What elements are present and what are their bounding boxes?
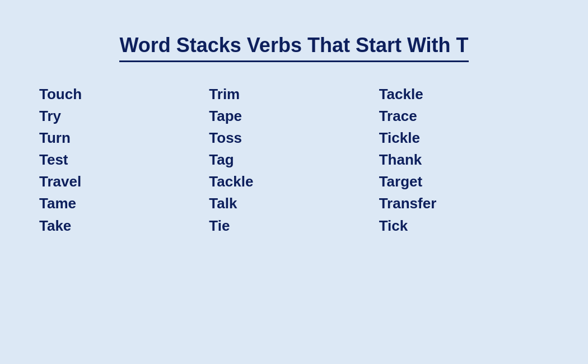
word-item: Take [39,216,209,236]
word-item: Tape [209,106,379,126]
word-item: Tag [209,150,379,170]
word-item: Tick [379,216,549,236]
word-item: Try [39,106,209,126]
word-column-2: TrimTapeTossTagTackleTalkTie [209,85,379,236]
word-item: Tackle [209,172,379,192]
title-section: Word Stacks Verbs That Start With T [39,34,549,62]
page-title: Word Stacks Verbs That Start With T [119,34,468,62]
word-item: Talk [209,194,379,213]
word-item: Test [39,150,209,170]
word-item: Turn [39,128,209,148]
word-item: Tackle [379,85,549,104]
word-item: Trace [379,106,549,126]
word-item: Transfer [379,194,549,213]
word-item: Trim [209,85,379,104]
word-item: Tie [209,216,379,236]
word-column-3: TackleTraceTickleThankTargetTransferTick [379,85,549,236]
word-item: Tickle [379,128,549,148]
page-container: Word Stacks Verbs That Start With T Touc… [0,0,588,364]
word-item: Target [379,172,549,192]
word-item: Toss [209,128,379,148]
word-column-1: TouchTryTurnTestTravelTameTake [39,85,209,236]
words-grid: TouchTryTurnTestTravelTameTakeTrimTapeTo… [39,85,549,236]
word-item: Travel [39,172,209,192]
word-item: Touch [39,85,209,104]
word-item: Tame [39,194,209,213]
word-item: Thank [379,150,549,170]
